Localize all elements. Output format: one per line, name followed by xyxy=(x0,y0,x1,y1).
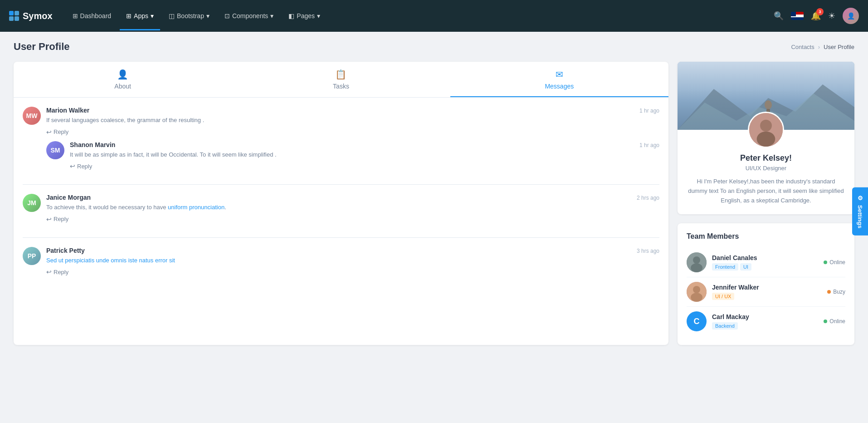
pages-icon: ◧ xyxy=(288,12,294,20)
tag: UI / UX xyxy=(712,293,734,300)
components-icon: ⊡ xyxy=(224,12,230,20)
user-avatar[interactable]: 👤 xyxy=(843,8,859,24)
message-author: Janice Morgan xyxy=(46,194,91,201)
message-time: 3 hrs ago xyxy=(637,248,659,254)
reply-button[interactable]: ↩ Reply xyxy=(70,162,92,170)
page-title: User Profile xyxy=(14,41,70,53)
nav-links: ⊞ Dashboard ⊞ Apps ▾ ◫ Bootstrap ▾ ⊡ Com… xyxy=(66,9,774,23)
navbar: Symox ⊞ Dashboard ⊞ Apps ▾ ◫ Bootstrap ▾… xyxy=(0,0,868,32)
nav-bootstrap[interactable]: ◫ Bootstrap ▾ xyxy=(162,9,216,23)
team-member-info: Carl Mackay Backend xyxy=(712,313,818,330)
profile-avatar xyxy=(748,112,784,148)
reply-arrow-icon: ↩ xyxy=(70,162,75,170)
svg-point-3 xyxy=(765,100,772,109)
message-header: Janice Morgan 2 hrs ago xyxy=(46,194,659,201)
team-tags: Backend xyxy=(712,322,818,330)
team-member-name: Carl Mackay xyxy=(712,313,818,320)
settings-gear-icon: ⚙ xyxy=(857,195,863,202)
avatar: SM xyxy=(46,141,64,159)
tag: Frontend xyxy=(712,263,738,271)
message-text: If several languages coalesce, the gramm… xyxy=(46,116,659,125)
message-main: Shanon Marvin 1 hr ago It will be as sim… xyxy=(70,141,659,170)
settings-sidebar[interactable]: ⚙ Settings xyxy=(852,187,868,236)
message-time: 1 hr ago xyxy=(639,142,659,148)
reply-button[interactable]: ↩ Reply xyxy=(46,268,68,275)
message-item: MW Marion Walker 1 hr ago If several lan… xyxy=(23,107,659,136)
message-thread: MW Marion Walker 1 hr ago If several lan… xyxy=(23,107,659,185)
tabs-header: 👤 About 📋 Tasks ✉ Messages xyxy=(14,62,668,98)
settings-label: Settings xyxy=(857,205,863,228)
reply-button[interactable]: ↩ Reply xyxy=(46,216,68,223)
avatar xyxy=(687,252,707,272)
theme-toggle[interactable]: ☀ xyxy=(828,11,835,21)
message-time: 1 hr ago xyxy=(639,108,659,114)
message-header: Marion Walker 1 hr ago xyxy=(46,107,659,114)
team-member: Jennifer Walker UI / UX Buzy xyxy=(687,277,845,307)
message-author: Shanon Marvin xyxy=(70,141,115,148)
profile-card: Peter Kelsey! UI/UX Designer Hi I'm Pete… xyxy=(678,62,854,214)
brand-name: Symox xyxy=(23,11,53,21)
breadcrumb-current: User Profile xyxy=(824,44,854,50)
brand-icon xyxy=(9,11,19,21)
apps-icon: ⊞ xyxy=(126,12,132,20)
message-main: Patrick Petty 3 hrs ago Sed ut perspicia… xyxy=(46,247,659,276)
team-member-name: Jennifer Walker xyxy=(712,284,822,291)
avatar-image xyxy=(749,112,783,148)
brand-logo[interactable]: Symox xyxy=(9,11,53,21)
notification-button[interactable]: 🔔 3 xyxy=(811,11,821,21)
flag-icon[interactable] xyxy=(791,12,804,20)
tab-tasks[interactable]: 📋 Tasks xyxy=(232,62,450,97)
nav-dashboard[interactable]: ⊞ Dashboard xyxy=(66,9,118,23)
tag: UI xyxy=(740,263,751,271)
team-title: Team Members xyxy=(687,232,845,241)
nav-pages[interactable]: ◧ Pages ▾ xyxy=(282,9,327,23)
reply-arrow-icon: ↩ xyxy=(46,216,52,223)
breadcrumb: Contacts › User Profile xyxy=(791,44,854,50)
reply-arrow-icon: ↩ xyxy=(46,128,52,136)
about-icon: 👤 xyxy=(117,69,128,80)
status-indicator xyxy=(827,290,831,294)
chevron-down-icon: ▾ xyxy=(317,12,320,20)
tab-about[interactable]: 👤 About xyxy=(14,62,232,97)
avatar: PP xyxy=(23,247,41,265)
avatar: JM xyxy=(23,194,41,212)
message-text: Sed ut perspiciatis unde omnis iste natu… xyxy=(46,256,659,265)
chevron-down-icon: ▾ xyxy=(151,12,154,20)
page-wrapper: User Profile Contacts › User Profile 👤 A… xyxy=(0,32,868,354)
message-link[interactable]: Sed ut perspiciatis unde omnis iste natu… xyxy=(46,257,175,264)
nav-apps[interactable]: ⊞ Apps ▾ xyxy=(120,9,160,23)
svg-point-9 xyxy=(693,256,700,264)
message-time: 2 hrs ago xyxy=(637,195,659,201)
tabs-card: 👤 About 📋 Tasks ✉ Messages MW xyxy=(14,62,668,345)
team-tags: Frontend UI xyxy=(712,263,818,271)
dashboard-icon: ⊞ xyxy=(73,12,78,20)
nav-components[interactable]: ⊡ Components ▾ xyxy=(218,9,280,23)
team-status: Online xyxy=(824,259,845,266)
message-main: Marion Walker 1 hr ago If several langua… xyxy=(46,107,659,136)
svg-point-12 xyxy=(693,286,700,293)
team-member: C Carl Mackay Backend Online xyxy=(687,307,845,336)
svg-point-7 xyxy=(757,132,775,147)
svg-point-6 xyxy=(760,120,772,132)
message-thread: PP Patrick Petty 3 hrs ago Sed ut perspi… xyxy=(23,247,659,290)
team-member-info: Daniel Canales Frontend UI xyxy=(712,254,818,271)
tab-messages[interactable]: ✉ Messages xyxy=(450,62,668,97)
message-author: Patrick Petty xyxy=(46,247,85,254)
chevron-down-icon: ▾ xyxy=(270,12,273,20)
search-button[interactable]: 🔍 xyxy=(774,11,784,21)
messages-icon: ✉ xyxy=(556,69,563,80)
profile-name: Peter Kelsey! xyxy=(687,153,845,163)
message-item: SM Shanon Marvin 1 hr ago It will be as … xyxy=(46,141,659,170)
team-card: Team Members Daniel Canales Frontend xyxy=(678,223,854,345)
message-item: PP Patrick Petty 3 hrs ago Sed ut perspi… xyxy=(23,247,659,276)
message-link[interactable]: uniform pronunciation xyxy=(168,204,224,211)
team-member-info: Jennifer Walker UI / UX xyxy=(712,284,822,300)
avatar xyxy=(687,282,707,302)
member-avatar-image xyxy=(687,252,707,272)
tabs-body: MW Marion Walker 1 hr ago If several lan… xyxy=(14,98,668,299)
breadcrumb-parent[interactable]: Contacts xyxy=(791,44,814,50)
right-panel: Peter Kelsey! UI/UX Designer Hi I'm Pete… xyxy=(678,62,854,345)
message-item: JM Janice Morgan 2 hrs ago To achieve th… xyxy=(23,194,659,223)
message-header: Patrick Petty 3 hrs ago xyxy=(46,247,659,254)
reply-button[interactable]: ↩ Reply xyxy=(46,128,68,136)
